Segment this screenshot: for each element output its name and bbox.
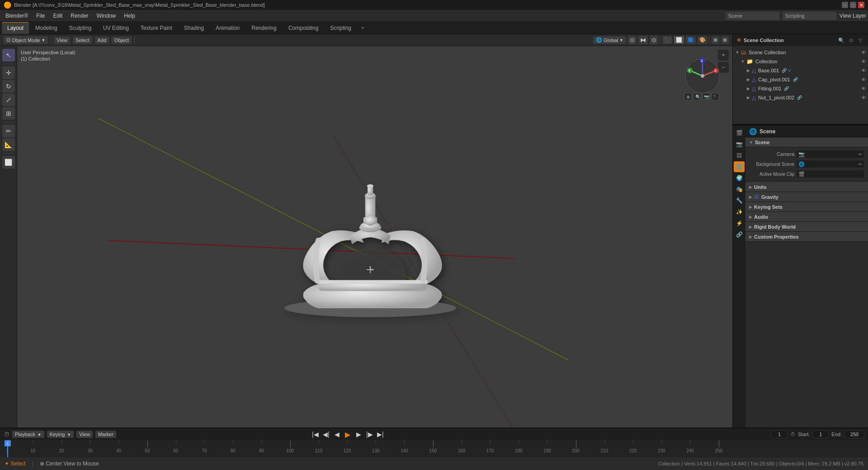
- tab-modeling[interactable]: Modeling: [30, 22, 63, 34]
- expand-icon-scene-collection[interactable]: ▼: [735, 50, 740, 55]
- menu-blender[interactable]: Blender®: [2, 11, 32, 20]
- outliner-cap-pivot001[interactable]: ▶ △ Cap_pivot.001 🔗 👁: [733, 75, 868, 84]
- select-tool-btn[interactable]: ↖: [2, 49, 15, 61]
- tab-uv-editing[interactable]: UV Editing: [98, 22, 134, 34]
- viewport-select-menu[interactable]: Select: [73, 37, 92, 44]
- units-section-header[interactable]: ▶ Units: [745, 182, 868, 192]
- view-layer-name[interactable]: Scripting: [783, 12, 837, 20]
- expand-icon-cap[interactable]: ▶: [745, 77, 751, 82]
- 3d-viewport[interactable]: User Perspective (Local) (1) Collection: [17, 46, 732, 428]
- tab-sculpting[interactable]: Sculpting: [64, 22, 97, 34]
- keying-sets-section-header[interactable]: ▶ Keying Sets: [745, 202, 868, 212]
- transform-tool-btn[interactable]: ⊞: [2, 107, 15, 120]
- outliner-filter-btn[interactable]: ▽: [856, 36, 864, 44]
- tab-rendering[interactable]: Rendering: [246, 22, 282, 34]
- tab-shading[interactable]: Shading: [179, 22, 209, 34]
- camera-prop-value[interactable]: 📷 ✏: [796, 150, 864, 158]
- close-button[interactable]: ✕: [858, 2, 864, 8]
- world-props-icon[interactable]: 🌍: [734, 173, 745, 183]
- menu-render[interactable]: Render: [67, 11, 92, 20]
- jump-start-btn[interactable]: |◀: [311, 430, 320, 439]
- current-frame-input[interactable]: 1: [771, 430, 788, 438]
- add-workspace-button[interactable]: +: [358, 23, 368, 33]
- timeline-view-btn[interactable]: View: [76, 431, 93, 438]
- scene-name[interactable]: Scene: [726, 12, 780, 20]
- expand-icon-collection[interactable]: ▼: [740, 59, 745, 64]
- scene-props-icon[interactable]: 🌐: [734, 161, 745, 172]
- outliner-filter-icon[interactable]: 🔍: [837, 36, 845, 44]
- expand-icon-base001[interactable]: ▶: [745, 68, 751, 73]
- scale-tool-btn[interactable]: ⤢: [2, 94, 15, 106]
- menu-help[interactable]: Help: [120, 11, 139, 20]
- object-props-icon[interactable]: 🎭: [734, 184, 745, 195]
- start-frame-input[interactable]: 1: [812, 430, 829, 438]
- timeline-ruler[interactable]: 1102030405060708090100110120130140150160…: [0, 440, 868, 457]
- move-tool-btn[interactable]: ✛: [2, 66, 15, 79]
- prev-frame-btn[interactable]: ◀: [332, 430, 341, 439]
- expand-icon-fitting[interactable]: ▶: [745, 86, 751, 91]
- cap-pivot-visibility[interactable]: 👁: [861, 77, 866, 82]
- fitting-visibility[interactable]: 👁: [861, 86, 866, 91]
- collection-visibility[interactable]: 👁: [861, 59, 866, 64]
- material-preview-btn[interactable]: 🔵: [686, 36, 696, 44]
- snapping-toggle[interactable]: ⧓: [638, 36, 648, 44]
- active-movie-value[interactable]: 🎬: [796, 170, 864, 178]
- constraints-props-icon[interactable]: 🔗: [734, 229, 745, 240]
- expand-icon-nut[interactable]: ▶: [745, 95, 751, 100]
- show-gizmos-toggle[interactable]: ⊗: [721, 36, 729, 44]
- physics-props-icon[interactable]: ⚡: [734, 218, 745, 229]
- transform-global-dropdown[interactable]: 🌐 Global ▼: [593, 36, 626, 44]
- gravity-checkbox[interactable]: ☑: [754, 194, 759, 200]
- particle-props-icon[interactable]: ✨: [734, 207, 745, 217]
- tab-compositing[interactable]: Compositing: [283, 22, 324, 34]
- scene-visibility-icon[interactable]: 👁: [861, 50, 866, 55]
- proportional-edit-toggle[interactable]: ⊙: [650, 36, 658, 44]
- viewport-object-menu[interactable]: Object: [112, 37, 132, 44]
- gravity-section-header[interactable]: ▶ ☑ Gravity: [745, 192, 868, 202]
- object-mode-dropdown[interactable]: ⊡ Object Mode ▼: [4, 36, 48, 44]
- outliner-sync-icon[interactable]: ⊙: [847, 36, 855, 44]
- scene-section-expand[interactable]: ▼ Scene: [745, 137, 868, 147]
- playback-dropdown[interactable]: Playback ▼: [12, 431, 44, 438]
- nut-visibility[interactable]: 👁: [861, 95, 866, 100]
- wireframe-shading-btn[interactable]: ⬛: [662, 36, 672, 44]
- rigid-body-section-header[interactable]: ▶ Rigid Body World: [745, 222, 868, 232]
- base001-visibility[interactable]: 👁: [861, 68, 866, 73]
- audio-section-header[interactable]: ▶ Audio: [745, 212, 868, 222]
- viewport-view-menu[interactable]: View: [54, 37, 70, 44]
- play-btn[interactable]: ▶: [343, 430, 352, 439]
- annotate-tool-btn[interactable]: ✏: [2, 125, 15, 137]
- custom-props-section-header[interactable]: ▶ Custom Properties: [745, 232, 868, 242]
- tab-texture-paint[interactable]: Texture Paint: [135, 22, 178, 34]
- menu-window[interactable]: Window: [93, 11, 120, 20]
- viewport-zoom-in-btn[interactable]: +: [718, 50, 729, 61]
- output-props-icon[interactable]: 📷: [734, 139, 745, 150]
- rendered-shading-btn[interactable]: 🎨: [698, 36, 708, 44]
- outliner-scene-collection[interactable]: ▼ 🗂 Scene Collection 👁: [733, 48, 868, 57]
- viewport-add-menu[interactable]: Add: [95, 37, 109, 44]
- add-cube-btn[interactable]: ⬜: [2, 156, 15, 169]
- viewport-zoom-out-btn[interactable]: −: [718, 62, 729, 73]
- render-props-icon[interactable]: 🎬: [734, 127, 745, 138]
- modifier-props-icon[interactable]: 🔧: [734, 195, 745, 206]
- measure-tool-btn[interactable]: 📐: [2, 138, 15, 151]
- view-layer-props-icon[interactable]: 🖼: [734, 150, 745, 161]
- tab-layout[interactable]: Layout: [2, 22, 29, 34]
- pivot-center-dropdown[interactable]: ⊙: [628, 36, 637, 44]
- tab-scripting[interactable]: Scripting: [325, 22, 357, 34]
- timeline-marker-btn[interactable]: Marker: [95, 431, 116, 438]
- next-keyframe-btn[interactable]: |▶: [365, 430, 374, 439]
- next-frame-btn[interactable]: ▶: [354, 430, 363, 439]
- minimize-button[interactable]: ─: [842, 2, 848, 8]
- menu-file[interactable]: File: [33, 11, 48, 20]
- jump-end-btn[interactable]: ▶|: [376, 430, 385, 439]
- tab-animation[interactable]: Animation: [210, 22, 245, 34]
- rotate-tool-btn[interactable]: ↻: [2, 80, 15, 93]
- solid-shading-btn[interactable]: ⬜: [674, 36, 684, 44]
- show-overlay-toggle[interactable]: ⊕: [712, 36, 719, 44]
- background-scene-value[interactable]: 🌐 ✏: [796, 160, 864, 168]
- outliner-fitting001[interactable]: ▶ △ Fitting.001 🔗 👁: [733, 84, 868, 93]
- outliner-nut-pivot002[interactable]: ▶ △ Nut_1_pivot.002 🔗 👁: [733, 93, 868, 102]
- outliner-collection[interactable]: ▼ 📁 Collection 👁: [733, 57, 868, 66]
- end-frame-input[interactable]: 250: [844, 430, 864, 438]
